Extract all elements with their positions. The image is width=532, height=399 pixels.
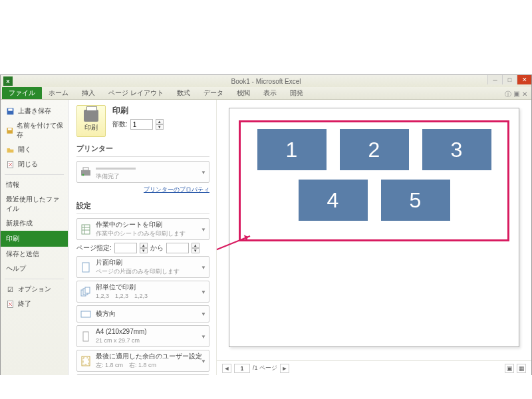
landscape-icon xyxy=(80,308,92,320)
prev-page-button[interactable]: ◄ xyxy=(222,364,231,373)
margins-icon xyxy=(80,355,92,367)
tab-view[interactable]: 表示 xyxy=(257,86,283,99)
nav-save[interactable]: 上書き保存 xyxy=(1,104,68,118)
page-from-input[interactable] xyxy=(114,243,137,253)
tab-formulas[interactable]: 数式 xyxy=(170,86,197,99)
tab-page-layout[interactable]: ページ レイアウト xyxy=(102,86,170,99)
sheet-icon xyxy=(80,223,92,235)
print-what-dropdown[interactable]: 作業中のシートを印刷作業中のシートのみを印刷します ▼ xyxy=(76,218,209,240)
nav-open[interactable]: 開く xyxy=(1,142,68,157)
close-file-icon xyxy=(6,160,15,169)
options-icon: ☑ xyxy=(6,285,15,294)
pages-label: ページ指定: xyxy=(76,243,112,253)
copies-input[interactable] xyxy=(130,119,153,130)
svg-rect-15 xyxy=(83,332,88,341)
tab-review[interactable]: 校閲 xyxy=(230,86,257,99)
preview-card: 5 xyxy=(381,180,450,221)
nav-new[interactable]: 新規作成 xyxy=(1,216,68,231)
nav-share[interactable]: 保存と送信 xyxy=(1,247,68,261)
next-page-button[interactable]: ► xyxy=(280,364,289,373)
save-icon xyxy=(6,107,15,116)
tab-file[interactable]: ファイル xyxy=(2,86,42,99)
collate-icon xyxy=(80,286,92,298)
svg-rect-14 xyxy=(81,311,90,317)
sides-dropdown[interactable]: 片面印刷ページの片面のみを印刷します ▼ xyxy=(76,256,209,278)
nav-help[interactable]: ヘルプ xyxy=(1,261,68,276)
preview-card: 2 xyxy=(340,129,409,170)
scaling-dropdown[interactable]: 拡大縮小の設定 ▼ xyxy=(76,374,209,375)
paper-size-dropdown[interactable]: A4 (210x297mm)21 cm x 29.7 cm ▼ xyxy=(76,325,209,347)
printer-section-header: プリンター xyxy=(76,144,209,154)
save-as-icon xyxy=(6,126,13,135)
copies-spinner[interactable]: ▲▼ xyxy=(156,119,164,130)
tab-home[interactable]: ホーム xyxy=(42,86,75,99)
one-sided-icon xyxy=(80,261,92,273)
svg-rect-13 xyxy=(85,287,90,293)
copies-label: 部数: xyxy=(112,120,128,129)
tab-data[interactable]: データ xyxy=(197,86,230,99)
chevron-down-icon: ▼ xyxy=(201,169,206,175)
svg-rect-1 xyxy=(8,108,13,110)
margins-dropdown[interactable]: 最後に適用した余白のユーザー設定左: 1.8 cm 右: 1.8 cm ▼ xyxy=(76,350,209,372)
printer-dropdown[interactable]: ▬▬▬▬▬▬準備完了 ▼ xyxy=(76,161,209,183)
zoom-to-page-button[interactable]: ▣ xyxy=(505,364,514,373)
orientation-dropdown[interactable]: 横方向 ▼ xyxy=(76,305,209,323)
backstage-nav: 上書き保存 名前を付けて保存 開く 閉じる 情報 最近使用したファイル 新規作成… xyxy=(1,100,68,375)
paper-icon xyxy=(80,331,92,342)
open-icon xyxy=(6,146,15,154)
preview-page: 1 2 3 4 5 xyxy=(229,108,519,347)
nav-recent[interactable]: 最近使用したファイル xyxy=(1,192,68,216)
print-preview-pane: 1 2 3 4 5 ◄ /1 ページ ► xyxy=(216,100,531,375)
nav-print[interactable]: 印刷 xyxy=(1,231,68,247)
minimize-button[interactable]: ─ xyxy=(487,75,502,84)
printer-icon xyxy=(84,110,98,122)
annotation-highlight-box: 1 2 3 4 5 xyxy=(239,120,509,241)
svg-rect-10 xyxy=(82,263,89,272)
nav-info[interactable]: 情報 xyxy=(1,178,68,192)
preview-card: 3 xyxy=(422,129,491,170)
printer-properties-link[interactable]: プリンターのプロパティ xyxy=(76,186,209,194)
print-heading: 印刷 xyxy=(112,105,164,116)
preview-card: 1 xyxy=(257,129,327,170)
page-to-input[interactable] xyxy=(166,243,189,253)
nav-exit[interactable]: 終了 xyxy=(1,297,68,311)
nav-close[interactable]: 閉じる xyxy=(1,157,68,172)
current-page-input[interactable] xyxy=(234,364,250,373)
svg-point-8 xyxy=(82,174,84,176)
exit-icon xyxy=(6,300,15,309)
nav-save-as[interactable]: 名前を付けて保存 xyxy=(1,118,68,142)
settings-section-header: 設定 xyxy=(76,201,209,211)
print-button[interactable]: 印刷 xyxy=(76,105,106,137)
close-window-button[interactable]: ✕ xyxy=(517,75,531,84)
window-title: Book1 - Microsoft Excel xyxy=(231,78,301,85)
excel-app-icon: X xyxy=(3,76,13,86)
print-settings-panel: 印刷 印刷 部数: ▲▼ プリンター ▬▬▬▬▬▬準備完了 ▼ プリンターの xyxy=(68,100,216,375)
svg-rect-3 xyxy=(8,128,12,130)
collate-dropdown[interactable]: 部単位で印刷1,2,3 1,2,3 1,2,3 ▼ xyxy=(76,281,209,303)
preview-card: 4 xyxy=(299,180,368,221)
show-margins-button[interactable]: ▦ xyxy=(517,364,526,373)
page-total-label: /1 ページ xyxy=(253,364,277,372)
printer-device-icon xyxy=(80,166,92,178)
nav-options[interactable]: ☑オプション xyxy=(1,282,68,297)
tab-developer[interactable]: 開発 xyxy=(283,86,310,99)
tab-insert[interactable]: 挿入 xyxy=(75,86,102,99)
svg-rect-9 xyxy=(82,225,90,234)
maximize-button[interactable]: □ xyxy=(502,75,517,84)
title-bar: X Book1 - Microsoft Excel ─ □ ✕ xyxy=(1,75,531,87)
ribbon-tab-strip: ファイル ホーム 挿入 ページ レイアウト 数式 データ 校閲 表示 開発 ⓘ … xyxy=(1,87,531,100)
svg-rect-7 xyxy=(83,168,88,170)
ribbon-help-icon[interactable]: ⓘ ▣ ✕ xyxy=(505,90,527,99)
